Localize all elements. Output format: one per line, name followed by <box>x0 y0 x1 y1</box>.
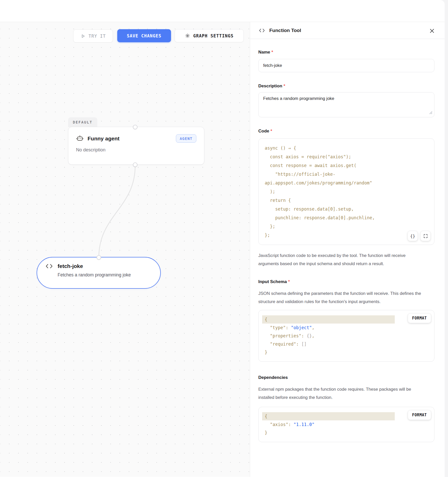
code-icon <box>45 263 53 269</box>
braces-button[interactable]: {} <box>408 231 418 241</box>
agent-node[interactable]: Funny agent AGENT No description <box>68 127 204 165</box>
dependencies-editor[interactable]: { "axios": "1.11.0"} FORMAT <box>258 407 434 442</box>
expand-icon[interactable] <box>420 231 431 241</box>
try-it-button[interactable]: TRY IT <box>73 29 113 43</box>
code-line: "https://official-joke- <box>262 170 431 179</box>
code-line: setup: response.data[0].setup, <box>262 205 431 213</box>
save-changes-label: SAVE CHANGES <box>127 33 162 38</box>
code-line: api.appspot.com/jokes/programming/random… <box>262 179 431 187</box>
required-marker: * <box>284 84 285 88</box>
code-editor[interactable]: async () ⇒ { const axios = require("axio… <box>258 138 434 245</box>
code-line: "type": "object", <box>262 324 431 332</box>
required-marker: * <box>288 279 290 284</box>
code-line: const response = await axios.get( <box>262 161 431 170</box>
name-field-label: Name* <box>258 50 434 55</box>
tool-node-description: Fetches a random programming joke <box>58 272 153 278</box>
name-input[interactable] <box>258 59 434 72</box>
panel-header: Function Tool <box>250 22 445 39</box>
panel-title: Function Tool <box>269 28 301 33</box>
description-field-label: Description* <box>258 84 434 89</box>
function-tool-panel: Function Tool Name* Description* Fetches… <box>250 22 445 477</box>
code-icon <box>258 28 265 33</box>
agent-node-top-handle[interactable] <box>133 125 137 129</box>
graph-canvas[interactable]: TRY IT SAVE CHANGES GRAPH SETTINGS DEFAU… <box>0 22 250 477</box>
description-textarea[interactable]: Fetches a random programming joke <box>258 92 434 117</box>
code-line: } <box>262 348 431 356</box>
play-icon <box>80 34 86 39</box>
code-line: }; <box>262 222 431 231</box>
code-field-label: Code* <box>258 129 434 134</box>
code-line: "properties": {}, <box>262 332 431 340</box>
input-schema-label: Input Schema* <box>258 279 434 284</box>
code-editor-lines: async () ⇒ { const axios = require("axio… <box>259 144 434 240</box>
input-schema-editor[interactable]: { "type": "object", "properties": {}, "r… <box>258 310 434 362</box>
resize-handle-icon[interactable] <box>429 111 432 115</box>
code-line: "axios": "1.11.0" <box>262 420 431 429</box>
code-line: punchline: response.data[0].punchline, <box>262 213 431 222</box>
code-help-text: JavaScript function code to be executed … <box>258 252 427 268</box>
try-it-label: TRY IT <box>89 34 106 39</box>
code-line: { <box>262 315 395 324</box>
code-line: "required": [] <box>262 340 431 348</box>
agent-type-badge: AGENT <box>176 134 196 143</box>
group-tab-label: DEFAULT <box>73 120 93 124</box>
format-button[interactable]: FORMAT <box>408 313 431 323</box>
tool-node-fetch-joke[interactable]: fetch-joke Fetches a random programming … <box>37 257 161 289</box>
input-schema-help-text: JSON schema defining the parameters that… <box>258 289 427 306</box>
graph-settings-button[interactable]: GRAPH SETTINGS <box>175 29 244 42</box>
agent-node-bottom-handle[interactable] <box>133 162 137 167</box>
code-line: { <box>262 412 395 420</box>
required-marker: * <box>271 129 272 133</box>
code-line: ); <box>262 187 431 196</box>
code-line: return { <box>262 196 431 205</box>
code-line: async () ⇒ { <box>262 144 431 152</box>
app-window: TRY IT SAVE CHANGES GRAPH SETTINGS DEFAU… <box>0 0 445 477</box>
code-line: } <box>262 429 431 437</box>
dependencies-label: Dependencies <box>258 375 434 380</box>
node-connection-edge <box>0 22 250 477</box>
save-changes-button[interactable]: SAVE CHANGES <box>117 29 171 42</box>
gear-icon <box>185 33 190 38</box>
tool-node-title: fetch-joke <box>58 263 83 269</box>
robot-icon <box>76 135 84 142</box>
tool-node-top-handle[interactable] <box>97 255 101 260</box>
top-bar <box>0 0 445 22</box>
group-tab-default[interactable]: DEFAULT <box>68 117 97 127</box>
agent-node-description: No description <box>76 147 196 153</box>
close-icon[interactable] <box>429 28 435 34</box>
code-line: const axios = require("axios"); <box>262 152 431 161</box>
dependencies-help-text: External npm packages that the function … <box>258 385 427 402</box>
format-button[interactable]: FORMAT <box>408 410 431 420</box>
code-line: }; <box>262 231 431 240</box>
required-marker: * <box>271 50 273 55</box>
graph-settings-label: GRAPH SETTINGS <box>193 33 233 38</box>
agent-node-title: Funny agent <box>88 136 120 142</box>
